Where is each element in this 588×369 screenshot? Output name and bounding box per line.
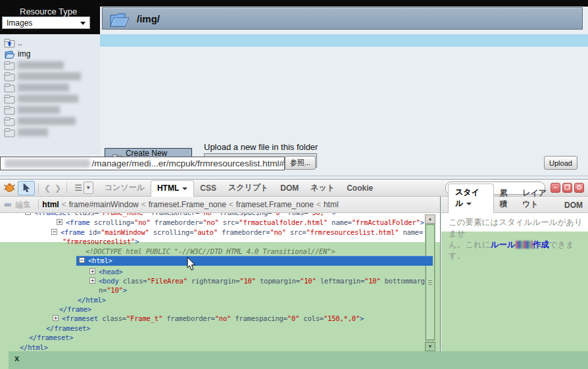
status-url-bar: /manager/medi...er/mcpuk/frmresourceslis… [0,157,285,170]
edit-button[interactable]: 編集 [15,199,31,210]
resource-type-select[interactable]: Images [2,16,90,29]
scrollbar-thumb[interactable] [426,224,435,340]
tree-row[interactable]: </frameset> [0,324,435,333]
toolbar-separator [38,199,39,210]
panel-list-icon[interactable]: ☰ [74,183,82,193]
browse-button[interactable]: 参照... [285,156,316,170]
tree-row[interactable]: </html> [0,343,435,351]
redacted-folder-name [18,106,60,114]
breadcrumb-item[interactable]: html [324,200,339,209]
folder-list: ..img [0,34,100,155]
folder-icon [4,83,15,93]
tree-row[interactable]: −<frame id="mainWindow" scrolling="auto"… [0,228,435,237]
breadcrumb-item[interactable]: frameset.Frame_none [149,200,226,209]
toolbar-separator [38,183,39,193]
collapse-toggle-icon[interactable]: − [51,229,57,235]
tree-row[interactable]: +<head> [0,267,435,276]
folder-icon [4,61,15,70]
expand-toggle-icon[interactable]: + [89,268,95,274]
tab-net[interactable]: ネット [305,180,341,196]
panel-dropdown-button[interactable]: ▼ [84,182,93,194]
sidebar-toggle-icon[interactable]: «» [4,200,10,209]
html-tree: −<frameset class="Frame_none" frameborde… [0,213,435,351]
folder-icon [4,105,15,115]
scrollbar-grip-icon [428,280,432,285]
close-icon[interactable]: x [14,353,19,363]
tab-css[interactable]: CSS [194,181,222,195]
tab-script[interactable]: スクリプト [222,180,274,196]
upload-file-label: Upload a new file in this folder [204,142,318,152]
app-window: Resource Type Images /img/ ..img Create … [0,0,588,369]
folder-icon [4,72,15,82]
tree-row[interactable]: +<frameset class="Frame_t" frameborder="… [0,314,435,323]
side-panel-tabs: スタイル 累積 レイアウト DOM [441,197,588,213]
redacted-folder-name [18,95,78,103]
forward-button[interactable]: ❯ [53,184,63,193]
current-folder-header: /img/ [102,7,583,30]
folder-item[interactable] [4,71,81,82]
scroll-down-button[interactable]: ▼ [425,342,435,351]
tree-row[interactable]: </frame> [0,305,435,314]
expand-toggle-icon[interactable]: + [53,315,59,321]
tab-layout[interactable]: レイアウト [517,185,559,212]
deactivate-button[interactable]: ⏻ [574,183,584,193]
tab-dom[interactable]: DOM [274,181,305,195]
tree-row[interactable]: "frmresourceslist"> [0,237,435,246]
highlight-overlay [0,351,9,369]
tab-style[interactable]: スタイル [448,184,494,213]
folder-item-..[interactable]: .. [4,37,22,48]
folder-item[interactable] [4,60,64,70]
folder-item[interactable] [4,82,69,93]
tree-row[interactable]: </html> [0,295,435,305]
tab-cookie[interactable]: Cookie [341,181,379,195]
folder-item[interactable] [4,127,48,137]
tab-html[interactable]: HTML [151,180,194,197]
selected-file-row[interactable] [100,34,588,47]
folder-item-img[interactable]: img [4,49,30,59]
panel-divider [0,176,588,176]
panel-splitter[interactable] [440,197,441,351]
back-button[interactable]: ❮ [42,184,53,193]
redacted-folder-name [18,72,81,80]
firebug-icon[interactable] [4,183,15,193]
detach-window-button[interactable]: ❐ [562,183,572,193]
resource-type-value: Images [7,18,32,28]
folder-icon [4,94,15,104]
tab-console[interactable]: コンソール [99,180,151,196]
tree-row[interactable]: +<body class="FileArea" rightmargin="10"… [0,276,435,285]
style-panel-message: この要素にはスタイルルールがありませ ん。これにルール作成できます。 [449,217,583,262]
tab-computed[interactable]: 累積 [494,185,517,212]
folder-name: .. [18,38,22,47]
inspect-element-button[interactable] [18,181,35,195]
tree-row[interactable]: </frameset> [0,333,435,342]
create-rule-link[interactable]: ルール [491,240,516,249]
folder-item[interactable] [4,116,76,126]
tree-row[interactable]: +<frame scrolling="no" frameborder="no" … [0,218,435,227]
breadcrumb-item[interactable]: frameset.Frame_none [236,200,314,209]
chevron-down-icon [182,187,187,190]
expand-toggle-icon[interactable]: + [57,219,62,225]
redacted-folder-name [18,128,48,136]
up-folder-icon [4,38,15,48]
scroll-up-button[interactable]: ▲ [425,214,435,224]
chevron-down-icon [80,22,86,25]
resource-type-label: Resource Type [20,7,77,16]
folder-item[interactable] [4,93,78,104]
expand-toggle-icon[interactable]: + [89,278,95,283]
collapse-toggle-icon[interactable]: − [25,213,31,215]
breadcrumb-item[interactable]: html [42,200,59,209]
folder-icon [4,116,15,126]
redacted-folder-name [18,117,76,125]
status-url-text: /manager/medi...er/mcpuk/frmresourceslis… [91,159,284,168]
tree-row[interactable]: n="10"> [0,285,435,295]
tree-row[interactable]: <!DOCTYPE html PUBLIC "-//W3C//DTD HTML … [0,247,435,256]
folder-item[interactable] [4,105,60,115]
upload-button[interactable]: Upload [544,156,577,170]
collapse-toggle-icon[interactable]: − [79,257,85,263]
tree-row[interactable]: −<frameset class="Frame_none" frameborde… [0,213,435,217]
breadcrumb-item[interactable]: frame#mainWindow [69,200,139,209]
tree-row-selected[interactable]: −<html> [0,256,435,265]
tab-dom-side[interactable]: DOM [559,198,588,212]
folder-name: img [18,49,30,59]
create-rule-link[interactable]: 作成 [533,240,549,249]
